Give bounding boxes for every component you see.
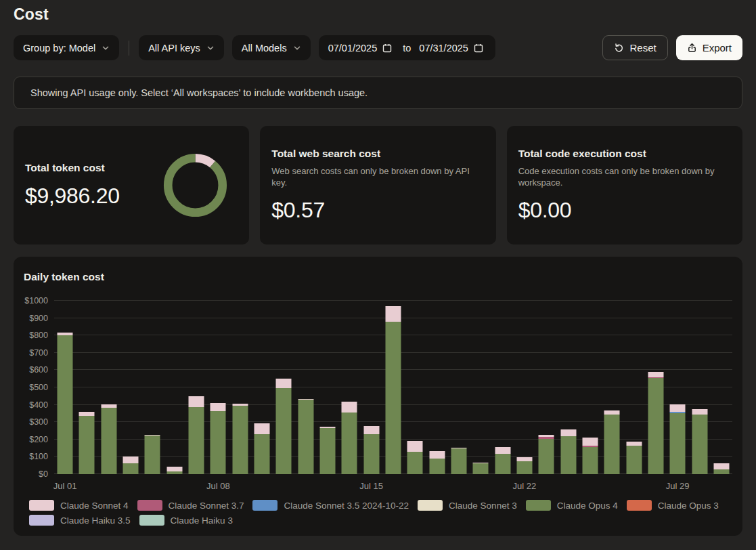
bar-jul-31 [713,301,729,474]
bar-jul-06 [166,301,182,474]
bar-segment [166,467,182,471]
bar-jul-13 [320,301,336,474]
y-tick-label: $200 [29,435,48,444]
bar-jul-22 [516,301,532,474]
x-tick-label: Jul 01 [53,481,77,491]
bar-segment [58,335,73,474]
legend-label: Claude Sonnet 3 [449,501,517,511]
legend-item: Claude Sonnet 3 [418,500,517,511]
bar-segment [101,408,116,474]
date-to-input[interactable]: 07/31/2025 [419,43,468,54]
bar-segment [429,451,445,459]
legend-label: Claude Opus 3 [658,501,719,511]
y-tick-label: $500 [29,383,48,392]
reset-icon [614,43,624,53]
bar-jul-11 [276,301,292,474]
reset-button[interactable]: Reset [602,35,667,60]
web-search-cost-title: Total web search cost [271,148,484,160]
y-tick-label: $400 [29,400,48,410]
web-search-cost-desc: Web search costs can only be broken down… [271,166,474,188]
legend-label: Claude Sonnet 3.7 [169,501,244,511]
bar-segment [604,415,620,474]
bar-segment [473,463,489,474]
legend-swatch [29,515,54,526]
total-token-cost-title: Total token cost [25,162,120,174]
bar-segment [145,436,160,474]
bar-segment [363,426,379,434]
bar-jul-24 [560,301,576,474]
code-execution-cost-title: Total code execution cost [518,148,731,160]
api-keys-label: All API keys [148,43,200,54]
donut-segment [169,158,223,213]
export-button[interactable]: Export [676,35,742,60]
date-range-to-label: to [403,43,411,54]
y-tick-label: $900 [29,314,48,323]
bar-jul-29 [670,301,686,474]
y-tick-label: $1000 [24,296,48,305]
bar-segment [582,438,598,446]
bar-segment [495,447,510,453]
bar-segment [276,379,292,388]
bar-jul-04 [123,301,139,474]
token-cost-donut-chart [162,152,228,218]
bar-segment [495,454,510,474]
chart-title: Daily token cost [24,271,732,283]
x-tick-label: Jul 08 [206,481,230,491]
chevron-down-icon [102,44,110,52]
group-by-label: Group by: Model [23,43,95,54]
code-execution-cost-value: $0.00 [518,198,731,223]
legend-label: Claude Opus 4 [557,501,618,511]
models-label: All Models [242,43,287,54]
total-token-cost-card: Total token cost $9,986.20 [14,126,249,245]
bar-segment [670,404,686,412]
date-from-input[interactable]: 07/01/2025 [328,43,378,54]
chevron-down-icon [206,44,215,52]
legend-label: Claude Haiku 3.5 [60,515,131,526]
bar-segment [713,463,729,469]
bar-segment [692,409,707,415]
legend-swatch [627,500,652,511]
bar-segment [407,452,423,474]
bar-segment [648,372,663,377]
bar-jul-15 [363,301,379,474]
bar-jul-21 [495,301,510,474]
bar-segment [604,410,620,415]
legend-item: Claude Opus 4 [526,500,618,511]
reset-label: Reset [629,42,656,54]
models-dropdown[interactable]: All Models [232,35,311,60]
bar-jul-25 [582,301,598,474]
y-tick-label: $800 [29,331,48,340]
bar-segment [626,446,642,474]
api-keys-dropdown[interactable]: All API keys [139,35,224,60]
y-tick-label: $600 [29,365,48,375]
group-by-dropdown[interactable]: Group by: Model [14,35,119,60]
bar-segment [582,447,598,474]
bar-segment [451,448,466,474]
legend-label: Claude Sonnet 3.5 2024-10-22 [284,501,409,511]
bar-segment [320,428,336,474]
x-tick-label: Jul 29 [666,481,690,491]
calendar-icon[interactable] [474,43,483,53]
bar-jul-19 [451,301,466,474]
calendar-icon[interactable] [382,43,392,53]
bar-segment [342,412,357,474]
bar-jul-23 [539,301,554,474]
bar-jul-17 [407,301,423,474]
bar-jul-03 [101,301,116,474]
legend-item: Claude Sonnet 4 [29,500,129,511]
total-token-cost-value: $9,986.20 [25,184,120,209]
legend-label: Claude Sonnet 4 [60,501,129,511]
chart-plot: $0$100$200$300$400$500$600$700$800$900$1… [54,301,732,474]
bar-segment [713,469,729,474]
bar-segment [386,322,401,474]
x-tick-label: Jul 22 [513,481,537,491]
bar-segment [407,441,423,451]
banner-text: Showing API usage only. Select ‘All work… [30,87,368,98]
bar-jul-01 [58,301,73,474]
code-execution-cost-card: Total code execution cost Code execution… [507,126,742,245]
legend-item: Claude Sonnet 3.7 [137,500,244,511]
filter-toolbar: Group by: Model All API keys All Models … [14,35,742,60]
page-title: Cost [14,5,742,24]
bar-jul-18 [429,301,445,474]
bar-jul-20 [473,301,489,474]
